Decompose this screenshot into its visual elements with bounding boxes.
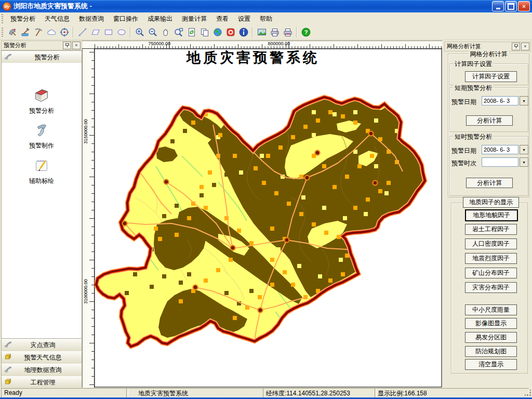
left-panel-header[interactable]: 预警分析 xyxy=(1,50,82,64)
draw-rect-button[interactable] xyxy=(102,26,115,38)
short-time-period-combo[interactable]: ▼ xyxy=(482,157,528,167)
svg-text:800000.00: 800000.00 xyxy=(268,41,290,46)
short-term-date-value[interactable]: 2008- 6- 3 xyxy=(482,96,518,105)
globe-button[interactable] xyxy=(211,26,224,38)
factor-button-人口密度因子[interactable]: 人口密度因子 xyxy=(465,238,517,249)
left-item-预警制作[interactable]: 预警制作 xyxy=(2,121,82,150)
draw-polygon-button[interactable] xyxy=(89,26,102,38)
display-button-中小尺度雨量[interactable]: 中小尺度雨量 xyxy=(465,304,517,315)
menu-item-窗口操作[interactable]: 窗口操作 xyxy=(109,13,143,25)
status-bar: Ready 地质灾害预警系统 经纬度:114.140551,28.250253 … xyxy=(0,388,532,397)
copy-button[interactable] xyxy=(198,26,211,38)
chevron-down-icon[interactable]: ▼ xyxy=(520,157,528,167)
menu-item-天气信息[interactable]: 天气信息 xyxy=(40,13,74,25)
refresh-button[interactable] xyxy=(185,26,198,38)
menu-item-测量计算[interactable]: 测量计算 xyxy=(177,13,211,25)
menu-item-查看[interactable]: 查看 xyxy=(211,13,233,25)
display-button-影像图显示[interactable]: 影像图显示 xyxy=(465,318,517,329)
resize-grip[interactable] xyxy=(525,390,531,396)
sketch-icon xyxy=(2,156,82,176)
left-panel-title: 预警分析 xyxy=(4,42,26,49)
maximize-button[interactable] xyxy=(505,1,517,11)
short-time-date-value[interactable]: 2008- 6- 3 xyxy=(482,145,518,154)
menu-item-帮助[interactable]: 帮助 xyxy=(255,13,277,25)
pin-button[interactable] xyxy=(63,42,71,49)
status-ready: Ready xyxy=(1,388,128,398)
right-panel-close-button[interactable]: × xyxy=(521,43,529,50)
menu-item-数据查询[interactable]: 数据查询 xyxy=(74,13,109,25)
warning-date-label: 预警日期 xyxy=(451,147,476,155)
svg-text:750000.00: 750000.00 xyxy=(148,41,170,46)
factor-button-灾害分布因子[interactable]: 灾害分布因子 xyxy=(465,282,517,293)
short-term-analyze-button[interactable]: 分析计算 xyxy=(466,115,513,126)
short-time-analyze-button[interactable]: 分析计算 xyxy=(466,178,513,188)
help-button[interactable]: ? xyxy=(299,26,312,38)
pickaxe-button[interactable] xyxy=(32,26,45,38)
calc-factor-group-title: 计算因子设置 xyxy=(453,60,494,69)
section-bar-预警天气信息[interactable]: 预警天气信息 xyxy=(1,351,82,364)
image-view-button[interactable] xyxy=(255,26,268,38)
warning-date-label: 预警日期 xyxy=(451,98,476,107)
draw-ellipse-button[interactable] xyxy=(115,26,128,38)
factor-button-岩土工程因子[interactable]: 岩土工程因子 xyxy=(465,224,517,235)
display-button-防治规划图[interactable]: 防治规划图 xyxy=(465,346,517,357)
display-button-清空显示[interactable]: 清空显示 xyxy=(465,359,517,370)
pin-button[interactable] xyxy=(512,43,520,50)
short-time-period-value[interactable] xyxy=(482,157,518,167)
left-item-预警分析[interactable]: 预警分析 xyxy=(2,86,82,115)
close-button[interactable]: × xyxy=(518,1,530,11)
short-term-date-combo[interactable]: 2008- 6- 3 ▼ xyxy=(482,96,528,105)
refresh-icon xyxy=(187,27,197,37)
zoom-out-button[interactable] xyxy=(146,26,159,38)
info-button[interactable] xyxy=(237,26,250,38)
ruler-top: 750000.00800000.00 xyxy=(82,41,442,49)
book-icon xyxy=(33,86,50,104)
short-time-group-title: 短时预警分析 xyxy=(453,132,494,141)
svg-text:3100000.00: 3100000.00 xyxy=(83,279,88,304)
left-panel-close-button[interactable]: × xyxy=(72,42,81,49)
zoom-in-icon xyxy=(135,27,145,37)
draw-ellipse-icon xyxy=(116,27,127,37)
toolbar-grip[interactable] xyxy=(2,28,3,37)
geology-factor-display-button[interactable]: 地质因子的显示 xyxy=(463,197,519,208)
draw-line-button[interactable] xyxy=(76,26,89,38)
zoom-in-button[interactable] xyxy=(133,26,146,38)
short-time-date-combo[interactable]: 2008- 6- 3 ▼ xyxy=(482,145,528,154)
factor-button-地形地貌因子[interactable]: 地形地貌因子 xyxy=(465,209,518,221)
chevron-down-icon[interactable]: ▼ xyxy=(520,145,528,154)
make-icon xyxy=(33,121,50,139)
zoom-window-button[interactable] xyxy=(172,26,185,38)
factor-button-矿山分布因子[interactable]: 矿山分布因子 xyxy=(465,268,517,278)
display-button-易发分区图[interactable]: 易发分区图 xyxy=(465,332,517,343)
menu-item-预警分析[interactable]: 预警分析 xyxy=(6,13,40,25)
radar-button[interactable] xyxy=(6,26,19,38)
target-button[interactable] xyxy=(58,26,71,38)
cloud-button[interactable] xyxy=(45,26,58,38)
menu-grip[interactable] xyxy=(2,14,3,23)
chevron-down-icon[interactable]: ▼ xyxy=(520,96,528,105)
close-icon: × xyxy=(522,3,525,9)
map-canvas[interactable]: 地质灾害预警系统 xyxy=(95,49,442,388)
menu-item-成果输出[interactable]: 成果输出 xyxy=(143,13,177,25)
section-bar-地理数据查询[interactable]: 地理数据查询 xyxy=(1,364,82,377)
section-label: 工程管理 xyxy=(15,378,71,387)
help-icon: ? xyxy=(301,27,311,37)
stop-button[interactable] xyxy=(224,26,237,38)
pan-hand-button[interactable] xyxy=(159,26,172,38)
copy-icon xyxy=(200,27,210,37)
print-preview-button[interactable] xyxy=(281,26,294,38)
maximize-icon xyxy=(508,3,514,10)
minimize-button[interactable] xyxy=(492,1,504,11)
menu-item-设置[interactable]: 设置 xyxy=(233,13,255,25)
left-item-辅助标绘[interactable]: 辅助标绘 xyxy=(2,156,82,185)
section-bar-灾点查询[interactable]: 灾点查询 xyxy=(1,339,82,352)
analysis-hammer-button[interactable] xyxy=(19,26,32,38)
status-scale: 显示比例:166.158 xyxy=(375,388,529,398)
calc-factor-settings-button[interactable]: 计算因子设置 xyxy=(465,71,517,82)
factor-button-地震烈度因子[interactable]: 地震烈度因子 xyxy=(465,253,517,264)
left-item-label: 预警制作 xyxy=(2,141,82,150)
print-button[interactable] xyxy=(268,26,281,38)
app-logo-icon: dy xyxy=(3,2,11,11)
sketch-icon xyxy=(33,156,50,174)
close-icon: × xyxy=(524,44,526,49)
